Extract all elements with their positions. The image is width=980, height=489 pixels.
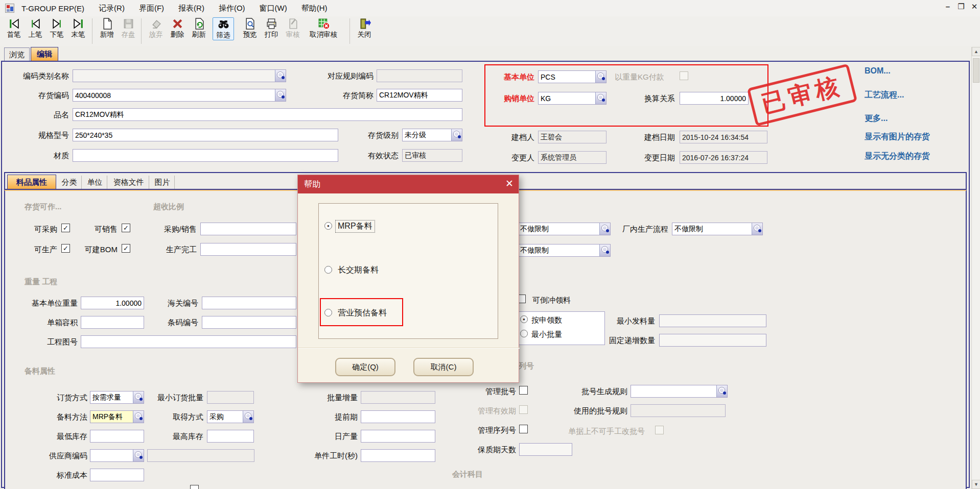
tab-item-props[interactable]: 料品属性 bbox=[7, 175, 56, 189]
lead-time-input[interactable] bbox=[361, 410, 435, 423]
delete-button[interactable]: 删除 bbox=[167, 17, 188, 39]
customs-code-input[interactable] bbox=[202, 297, 296, 309]
barcode-input[interactable] bbox=[202, 316, 296, 329]
sellable-checkbox[interactable]: ✓ bbox=[122, 224, 130, 232]
cancel-button[interactable]: 取消(C) bbox=[413, 358, 474, 376]
restore-button[interactable]: ❐ bbox=[955, 2, 967, 11]
unit-hours-input[interactable] bbox=[361, 449, 435, 462]
daily-output-input[interactable] bbox=[361, 430, 435, 443]
link-bom[interactable]: BOM... bbox=[865, 66, 891, 76]
link-process[interactable]: 工艺流程... bbox=[865, 90, 904, 101]
filter-button[interactable]: 筛选 bbox=[213, 17, 234, 40]
shelf-days-input[interactable] bbox=[519, 443, 572, 456]
scroll-up-icon[interactable]: ▲ bbox=[972, 47, 980, 56]
prod-finish-ratio-input[interactable] bbox=[200, 243, 296, 256]
menu-window[interactable]: 窗口(W) bbox=[260, 4, 287, 13]
conversion-input[interactable] bbox=[680, 92, 749, 105]
link-more[interactable]: 更多... bbox=[865, 113, 888, 124]
menu-help[interactable]: 帮助(H) bbox=[301, 4, 328, 13]
mrp-option-radio[interactable]: ● bbox=[324, 222, 332, 230]
long-lead-option-label[interactable]: 长交期备料 bbox=[338, 265, 379, 276]
supplier-code-combo[interactable] bbox=[90, 449, 144, 462]
max-stock-input[interactable] bbox=[207, 430, 254, 443]
dialog-close-icon[interactable]: ✕ bbox=[505, 178, 514, 189]
lookup-icon[interactable] bbox=[133, 392, 144, 403]
tab-image[interactable]: 图片 bbox=[150, 176, 175, 189]
batch-rule-combo[interactable] bbox=[631, 385, 728, 398]
menu-record[interactable]: 记录(R) bbox=[99, 4, 125, 13]
box-volume-input[interactable] bbox=[81, 316, 144, 329]
purchasable-checkbox[interactable]: ✓ bbox=[61, 224, 70, 232]
long-lead-option-radio[interactable] bbox=[324, 266, 332, 274]
tab-browse[interactable]: 浏览 bbox=[4, 47, 30, 61]
lookup-icon[interactable] bbox=[275, 89, 286, 101]
next-record-button[interactable]: 下笔 bbox=[46, 17, 67, 39]
estimate-option-label[interactable]: 营业预估备料 bbox=[338, 308, 387, 319]
link-show-unclassified[interactable]: 显示无分类的存货 bbox=[865, 151, 930, 162]
by-requisition-radio[interactable]: ● bbox=[520, 315, 528, 323]
menu-operate[interactable]: 操作(O) bbox=[219, 4, 245, 13]
std-cost-input[interactable] bbox=[90, 469, 144, 481]
bomable-checkbox[interactable]: ✓ bbox=[122, 244, 130, 253]
link-show-with-images[interactable]: 显示有图片的存货 bbox=[865, 132, 930, 142]
lookup-icon[interactable] bbox=[752, 223, 762, 235]
lookup-icon[interactable] bbox=[599, 223, 610, 235]
purchase-sale-ratio-input[interactable] bbox=[200, 223, 296, 235]
first-record-button[interactable]: 首笔 bbox=[3, 17, 25, 39]
manage-batch-checkbox[interactable] bbox=[519, 386, 528, 395]
fixed-increment-input[interactable] bbox=[659, 334, 766, 347]
cancel-audit-button[interactable]: 取消审核 bbox=[304, 17, 343, 39]
base-unit-combo[interactable] bbox=[538, 70, 606, 83]
menu-report[interactable]: 报表(R) bbox=[178, 4, 204, 13]
lookup-icon[interactable] bbox=[595, 92, 606, 104]
product-name-input[interactable] bbox=[73, 108, 462, 121]
prev-record-button[interactable]: 上笔 bbox=[25, 17, 46, 39]
print-button[interactable]: 打印 bbox=[261, 17, 282, 39]
material-input[interactable] bbox=[73, 149, 338, 162]
inventory-abbr-input[interactable] bbox=[377, 89, 462, 102]
add-button[interactable]: 新增 bbox=[96, 17, 118, 39]
order-mode-combo[interactable] bbox=[90, 391, 144, 404]
help-dialog-titlebar[interactable]: 帮助 ✕ bbox=[298, 175, 519, 193]
estimate-option-radio[interactable] bbox=[324, 309, 332, 316]
menu-app[interactable]: T-GROUP ERP(E) bbox=[21, 4, 84, 13]
inventory-level-combo[interactable] bbox=[402, 129, 462, 141]
close-form-button[interactable]: 关闭 bbox=[354, 17, 375, 39]
lookup-icon[interactable] bbox=[451, 129, 462, 141]
spec-input[interactable] bbox=[73, 129, 338, 141]
scrollbar-thumb[interactable] bbox=[973, 58, 979, 83]
base-unit-weight-input[interactable] bbox=[81, 297, 144, 309]
prep-method-combo[interactable] bbox=[90, 410, 144, 423]
min-issue-input[interactable] bbox=[659, 314, 766, 327]
factory-flow-combo[interactable] bbox=[672, 223, 763, 235]
preview-button[interactable]: 预览 bbox=[239, 17, 261, 39]
lookup-icon[interactable] bbox=[599, 244, 610, 256]
close-window-button[interactable]: ✕ bbox=[968, 2, 980, 11]
inventory-code-combo[interactable] bbox=[73, 89, 286, 102]
manage-serial-checkbox[interactable] bbox=[519, 425, 528, 433]
tab-unit[interactable]: 单位 bbox=[83, 176, 107, 189]
lookup-icon[interactable] bbox=[243, 411, 253, 423]
min-batch-radio[interactable] bbox=[520, 330, 528, 337]
acquire-mode-combo[interactable] bbox=[207, 410, 254, 423]
producible-checkbox[interactable]: ✓ bbox=[61, 244, 70, 253]
tab-category[interactable]: 分类 bbox=[57, 176, 82, 189]
minimize-button[interactable]: – bbox=[942, 2, 954, 11]
ok-button[interactable]: 确定(Q) bbox=[335, 358, 395, 376]
last-record-button[interactable]: 末笔 bbox=[67, 17, 89, 39]
cat-name-combo[interactable] bbox=[73, 69, 286, 82]
drawing-number-input[interactable] bbox=[81, 335, 296, 348]
pay-by-kg-checkbox[interactable] bbox=[680, 71, 688, 80]
mrp-option-label[interactable]: MRP备料 bbox=[336, 221, 375, 232]
vertical-scrollbar[interactable]: ▲ ▼ bbox=[971, 47, 980, 489]
tab-qualification[interactable]: 资格文件 bbox=[108, 176, 149, 189]
lookup-icon[interactable] bbox=[133, 450, 144, 461]
tab-edit[interactable]: 编辑 bbox=[31, 47, 58, 61]
refresh-button[interactable]: 刷新 bbox=[188, 17, 209, 39]
menu-interface[interactable]: 界面(F) bbox=[139, 4, 164, 13]
restriction-combo-1[interactable] bbox=[518, 223, 611, 235]
scroll-down-icon[interactable]: ▼ bbox=[972, 480, 980, 489]
lookup-icon[interactable] bbox=[595, 71, 606, 83]
lookup-icon[interactable] bbox=[716, 385, 727, 397]
lookup-icon[interactable] bbox=[133, 411, 144, 423]
